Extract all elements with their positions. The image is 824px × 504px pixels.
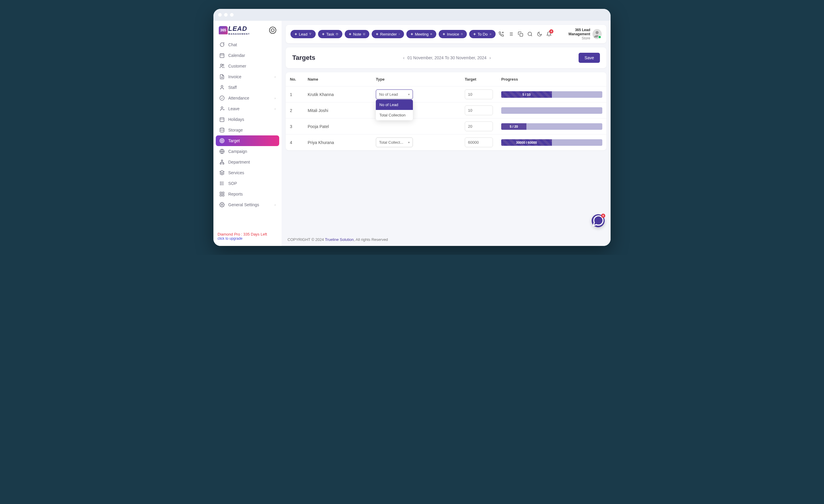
targets-table: No. Name Type Target Progress 1 Krutik K…	[286, 72, 606, 150]
type-dropdown: No of Lead Total Collection	[376, 100, 413, 120]
cell-progress: 5 / 20	[497, 119, 606, 134]
cell-name: Krutik Khanna	[304, 87, 372, 103]
topbar: +Lead+Task+Note+Reminder+Meeting+Invoice…	[286, 25, 606, 43]
chevron-right-icon: ›	[275, 107, 276, 111]
target-input[interactable]	[465, 137, 493, 147]
chat-icon	[219, 42, 225, 47]
sidebar-item-label: Calendar	[228, 53, 245, 58]
svg-point-20	[221, 160, 223, 161]
target-input[interactable]	[465, 106, 493, 115]
sidebar-item-attendance[interactable]: Attendance›	[216, 93, 279, 103]
chevron-down-icon: ▾	[408, 141, 410, 144]
cell-progress: 5 / 10	[497, 87, 606, 103]
services-icon	[219, 170, 225, 175]
missed-call-icon[interactable]	[499, 31, 504, 37]
date-range-picker[interactable]: ‹ 01 November, 2024 To 30 November, 2024…	[403, 55, 491, 60]
add-invoice-button[interactable]: +Invoice	[439, 30, 467, 38]
footer-link[interactable]: Trueline Solution	[325, 237, 353, 242]
sidebar-item-label: Staff	[228, 85, 237, 90]
dark-mode-icon[interactable]	[537, 31, 542, 37]
sidebar-collapse-button[interactable]	[269, 27, 276, 34]
svg-point-4	[220, 64, 222, 66]
sidebar-item-calendar[interactable]: Calendar	[216, 50, 279, 61]
add-note-button[interactable]: +Note	[345, 30, 369, 38]
page-header: Targets ‹ 01 November, 2024 To 30 Novemb…	[286, 47, 606, 68]
list-icon[interactable]	[508, 31, 513, 37]
target-input[interactable]	[465, 90, 493, 99]
sidebar-item-holidays[interactable]: Holidays	[216, 114, 279, 125]
type-select[interactable]: Total Collect...▾	[376, 137, 413, 147]
chat-fab[interactable]: 0	[592, 214, 605, 227]
dropdown-option[interactable]: No of Lead	[376, 100, 413, 110]
sidebar-item-customer[interactable]: Customer	[216, 61, 279, 72]
sidebar-item-leave[interactable]: Leave›	[216, 103, 279, 114]
date-range-text: 01 November, 2024 To 30 November, 2024	[408, 55, 487, 60]
pill-label: Lead	[299, 32, 307, 36]
select-value: Total Collect...	[379, 140, 403, 145]
chevron-right-icon: ›	[275, 75, 276, 79]
staff-icon	[219, 85, 225, 90]
date-prev-icon[interactable]: ‹	[403, 55, 405, 60]
pill-label: Task	[326, 32, 334, 36]
user-role: Store	[556, 36, 590, 40]
cell-target	[460, 103, 497, 119]
search-icon[interactable]	[527, 31, 533, 37]
progress-bar: 5 / 20	[501, 123, 602, 130]
sidebar-item-target[interactable]: Target	[216, 135, 279, 146]
pill-label: Meeting	[415, 32, 429, 36]
attendance-icon	[219, 95, 225, 101]
svg-point-17	[221, 140, 223, 142]
add-reminder-button[interactable]: +Reminder	[372, 30, 404, 38]
dropdown-option[interactable]: Total Collection	[376, 110, 413, 120]
sidebar-header: 365 LEAD MANAGEMENT	[213, 21, 282, 38]
cell-target	[460, 119, 497, 134]
progress-fill: 5 / 20	[501, 123, 526, 130]
sidebar-item-department[interactable]: Department	[216, 157, 279, 167]
svg-point-5	[223, 64, 224, 66]
type-select[interactable]: No of Lead▾	[376, 90, 413, 99]
bell-icon	[399, 33, 400, 35]
date-next-icon[interactable]: ›	[489, 55, 491, 60]
sidebar-item-services[interactable]: Services	[216, 167, 279, 178]
calendar-small-icon	[336, 33, 338, 35]
sidebar-item-storage[interactable]: Storage	[216, 125, 279, 135]
sidebar-item-chat[interactable]: Chat	[216, 39, 279, 50]
sidebar: 365 LEAD MANAGEMENT ChatCalendarCustomer…	[213, 21, 282, 246]
leave-icon	[219, 106, 225, 111]
edit-icon	[363, 33, 366, 35]
holidays-icon	[219, 117, 225, 122]
save-button[interactable]: Save	[579, 53, 600, 63]
add-task-button[interactable]: +Task	[318, 30, 343, 38]
sidebar-item-label: Leave	[228, 106, 239, 111]
sidebar-item-staff[interactable]: Staff	[216, 82, 279, 93]
avatar[interactable]	[593, 29, 602, 39]
svg-point-10	[221, 107, 223, 108]
window-dot	[230, 13, 233, 17]
add-lead-button[interactable]: +Lead	[291, 30, 316, 38]
add-to-do-button[interactable]: +To Do	[469, 30, 496, 38]
cell-type: No of Lead▾ No of Lead Total Collection	[372, 87, 460, 103]
sidebar-item-sop[interactable]: SOP	[216, 178, 279, 189]
target-input[interactable]	[465, 121, 493, 131]
sidebar-item-campaign[interactable]: Campaign	[216, 146, 279, 157]
add-meeting-button[interactable]: +Meeting	[406, 30, 436, 38]
plus-icon: +	[376, 32, 378, 36]
upgrade-link[interactable]: click to upgrade	[218, 236, 278, 241]
notifications-icon[interactable]: 0	[546, 31, 551, 37]
sidebar-item-invoice[interactable]: Invoice›	[216, 72, 279, 82]
svg-rect-13	[220, 118, 224, 122]
plus-icon: +	[349, 32, 351, 36]
target-icon	[219, 138, 225, 143]
cell-no: 4	[286, 134, 304, 150]
sidebar-item-reports[interactable]: Reports	[216, 189, 279, 200]
sidebar-item-general-settings[interactable]: General Settings›	[216, 200, 279, 210]
sidebar-item-label: General Settings	[228, 203, 259, 207]
settings-icon	[219, 202, 225, 208]
department-icon	[219, 159, 225, 165]
plus-icon: +	[322, 32, 325, 36]
svg-point-8	[221, 85, 223, 87]
user-block[interactable]: 365 Lead Management Store	[556, 28, 602, 40]
briefcase-icon	[430, 33, 432, 35]
sidebar-item-label: Reports	[228, 192, 243, 197]
copy-icon[interactable]	[518, 31, 523, 37]
